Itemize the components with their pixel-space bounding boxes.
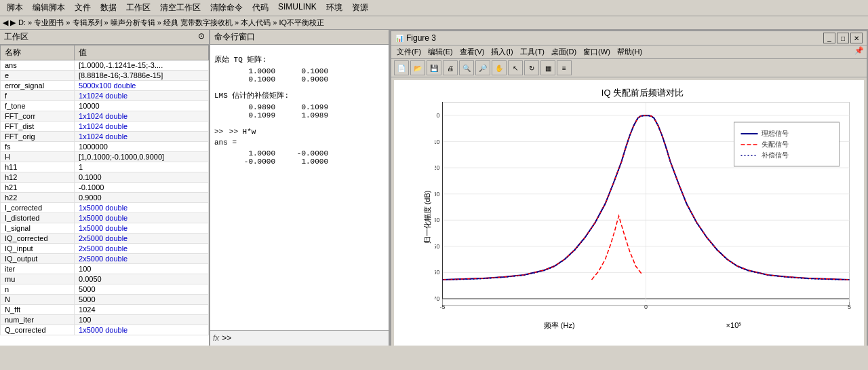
command-title: 命令行窗口 [214,32,255,41]
workspace-var-value: 1024 [75,305,209,315]
workspace-var-name: IQ_input [1,244,75,254]
menu-simulink[interactable]: SIMULINK [274,1,321,15]
workspace-var-value: 2x5000 double [75,244,209,254]
tq-r2c1: 0.1000 [228,75,275,84]
table-row[interactable]: N5000 [1,295,209,305]
menu-clear-workspace[interactable]: 清空工作区 [156,1,205,15]
fig-tool-zoom-in[interactable]: 🔍 [459,60,474,75]
fig-menu-help[interactable]: 帮助(H) [614,46,645,58]
menu-resources[interactable]: 资源 [348,1,372,15]
fig-tool-new[interactable]: 📄 [394,60,409,75]
menu-jiaoben[interactable]: 脚本 [3,1,27,15]
table-row[interactable]: error_signal5000x100 double [1,81,209,91]
fig-tool-insert-legend[interactable]: ≡ [557,60,572,75]
figure-icon: 📊 [395,35,403,42]
table-row[interactable]: I_signal1x5000 double [1,223,209,234]
workspace-title: 工作区 [4,31,28,43]
fig-menu-desktop[interactable]: 桌面(D) [549,46,579,58]
table-row[interactable]: e[8.8818e-16;-3.7886e-15] [1,71,209,81]
svg-text:-50: -50 [435,243,440,250]
workspace-panel: 工作区 ⊙ 名称 值 ans[1.0000,-1.1241e-15;-3....… [0,30,210,346]
figure-title-bar: 📊 Figure 3 _ □ ✕ [391,31,867,45]
fig-menu-edit[interactable]: 编辑(E) [425,46,456,58]
table-row[interactable]: fs1000000 [1,142,209,152]
table-row[interactable]: IQ_corrected2x5000 double [1,234,209,244]
workspace-var-name: h11 [1,162,75,172]
fig-tool-rotate[interactable]: ↻ [524,60,539,75]
table-row[interactable]: h21-0.1000 [1,183,209,193]
svg-text:5: 5 [848,303,851,310]
command-content[interactable]: 原始 TQ 矩阵: 1.0000 0.1000 0.1000 0.9000 LM… [210,45,389,330]
workspace-var-name: IQ_output [1,254,75,264]
workspace-var-name: iter [1,264,75,274]
fig-menu-pin[interactable]: 📌 [854,46,864,58]
workspace-var-name: n [1,284,75,295]
table-row[interactable]: h220.9000 [1,193,209,203]
fig-menu-window[interactable]: 窗口(W) [580,46,613,58]
fig-tool-insert-colorbar[interactable]: ▦ [540,60,555,75]
table-row[interactable]: I_corrected1x5000 double [1,203,209,213]
fig-tool-pan[interactable]: ✋ [492,60,507,75]
figure-close-btn[interactable]: ✕ [850,33,863,43]
lms-matrix: 0.9890 0.1099 0.1099 1.0989 [228,103,384,119]
table-row[interactable]: FFT_dist1x1024 double [1,122,209,132]
table-row[interactable]: N_fft1024 [1,305,209,315]
fig-menu-view[interactable]: 查看(V) [457,46,488,58]
command-header: 命令行窗口 [210,30,389,45]
table-row[interactable]: iter100 [1,264,209,274]
workspace-var-value: 1x5000 double [75,203,209,213]
fig-tool-open[interactable]: 📂 [410,60,425,75]
workspace-var-value: [1.0000,-1.1241e-15;-3.... [75,60,209,71]
svg-text:失配信号: 失配信号 [762,141,789,148]
table-row[interactable]: mu0.0050 [1,274,209,284]
menu-env[interactable]: 环境 [322,1,347,15]
workspace-var-name: I_distorted [1,213,75,223]
workspace-var-value: 1x1024 double [75,132,209,142]
figure-minimize-btn[interactable]: _ [823,33,835,43]
cmd-input[interactable] [234,334,386,342]
svg-text:-30: -30 [435,191,440,198]
table-row[interactable]: Q_corrected1x5000 double [1,325,209,335]
table-row[interactable]: h111 [1,162,209,172]
figure-title-buttons: _ □ ✕ [823,33,863,43]
menu-workspace[interactable]: 工作区 [122,1,155,15]
path-text: D: » 专业图书 » 专辑系列 » 噪声分析专辑 » 经典 宽带数字接收机 »… [18,18,324,28]
table-row[interactable]: IQ_input2x5000 double [1,244,209,254]
fig-tool-cursor[interactable]: ↖ [508,60,523,75]
fig-menu-tools[interactable]: 工具(T) [517,46,547,58]
tq-matrix: 1.0000 0.1000 0.1000 0.9000 [228,67,384,84]
svg-text:-70: -70 [435,295,440,302]
fig-menu-file[interactable]: 文件(F) [394,46,424,58]
table-row[interactable]: h120.1000 [1,172,209,183]
table-row[interactable]: H[1,0.1000;-0.1000,0.9000] [1,152,209,162]
col-name-header: 名称 [1,45,75,60]
cmd-text-hw: >> H*w [229,128,256,136]
fig-tool-save[interactable]: 💾 [427,60,441,75]
workspace-var-name: fs [1,142,75,152]
workspace-var-value: 2x5000 double [75,234,209,244]
menu-file[interactable]: 文件 [71,1,95,15]
figure-title: Figure 3 [406,33,436,43]
workspace-var-value: 0.1000 [75,172,209,183]
menu-clear-cmd[interactable]: 清除命令 [206,1,247,15]
menu-code[interactable]: 代码 [248,1,273,15]
table-row[interactable]: FFT_orig1x1024 double [1,132,209,142]
table-row[interactable]: num_iter100 [1,315,209,325]
menu-edit-jiaoben[interactable]: 编辑脚本 [28,1,69,15]
table-row[interactable]: IQ_output2x5000 double [1,254,209,264]
menu-data[interactable]: 数据 [96,1,121,15]
figure-maximize-btn[interactable]: □ [837,33,849,43]
fig-menu-insert[interactable]: 插入(I) [488,46,515,58]
table-row[interactable]: f1x1024 double [1,91,209,101]
fig-tool-zoom-out[interactable]: 🔎 [475,60,490,75]
figure-title-text: 📊 Figure 3 [395,33,436,43]
table-row[interactable]: n5000 [1,284,209,295]
workspace-table: 名称 值 ans[1.0000,-1.1241e-15;-3....e[8.88… [0,45,209,346]
fig-tool-print[interactable]: 🖨 [443,60,458,75]
table-row[interactable]: I_distorted1x5000 double [1,213,209,223]
table-row[interactable]: FFT_corr1x1024 double [1,111,209,122]
table-row[interactable]: ans[1.0000,-1.1241e-15;-3.... [1,60,209,71]
table-row[interactable]: f_tone10000 [1,101,209,111]
workspace-collapse-btn[interactable]: ⊙ [198,31,205,43]
ans-r1c1: 1.0000 [228,149,275,158]
